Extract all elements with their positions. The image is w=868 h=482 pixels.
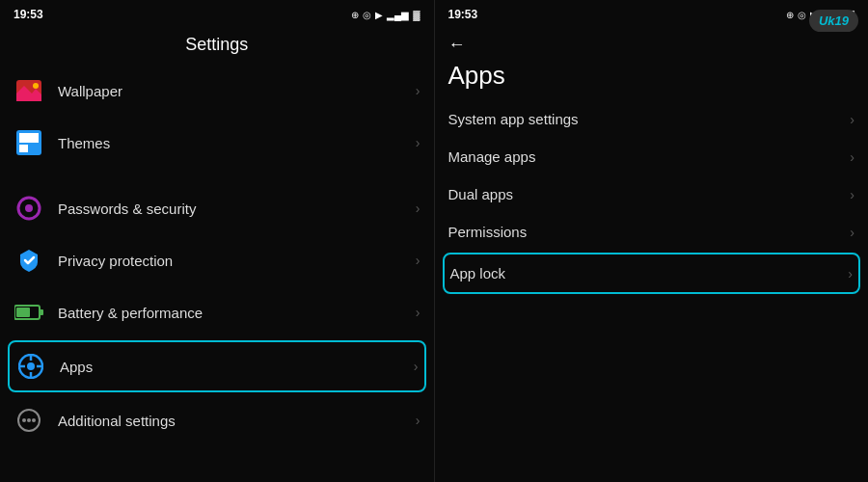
- settings-item-passwords[interactable]: Passwords & security ›: [0, 182, 434, 234]
- app-lock-chevron: ›: [848, 266, 853, 281]
- wallpaper-icon: [16, 80, 41, 101]
- svg-rect-5: [19, 145, 28, 152]
- settings-item-themes[interactable]: Themes ›: [0, 117, 434, 169]
- settings-item-apps[interactable]: Apps ›: [8, 340, 426, 392]
- additional-label: Additional settings: [58, 413, 416, 429]
- battery-icon-container: [14, 297, 44, 328]
- wallpaper-icon-container: [14, 75, 44, 106]
- svg-point-18: [22, 418, 26, 422]
- apps-label: Apps: [60, 359, 414, 375]
- permissions-label: Permissions: [448, 224, 851, 240]
- themes-icon-container: [14, 127, 44, 158]
- privacy-chevron: ›: [416, 253, 420, 268]
- location-icon: ⊕: [351, 10, 359, 20]
- signal-icon: ▂▄▆: [387, 10, 409, 20]
- right-page-title: Apps: [448, 61, 855, 91]
- apps-item-dual[interactable]: Dual apps ›: [435, 175, 869, 213]
- svg-point-19: [27, 418, 31, 422]
- privacy-icon-container: [14, 245, 44, 276]
- wallpaper-label: Wallpaper: [58, 83, 416, 99]
- passwords-icon-container: [14, 193, 44, 224]
- apps-item-manage[interactable]: Manage apps ›: [435, 138, 869, 175]
- watermark: Uk19: [809, 10, 858, 32]
- wallpaper-chevron: ›: [416, 83, 420, 98]
- passwords-icon: [16, 196, 41, 221]
- left-phone-panel: 19:53 ⊕ ◎ ▶ ▂▄▆ ▓ Settings Wallpaper ›: [0, 0, 434, 482]
- svg-point-7: [25, 204, 33, 212]
- dual-apps-label: Dual apps: [448, 186, 851, 202]
- left-page-title: Settings: [14, 35, 420, 55]
- settings-item-battery[interactable]: Battery & performance ›: [0, 286, 434, 338]
- app-lock-label: App lock: [450, 265, 849, 281]
- manage-apps-label: Manage apps: [448, 148, 851, 165]
- themes-chevron: ›: [416, 135, 420, 150]
- system-app-chevron: ›: [850, 112, 854, 127]
- apps-item-applock[interactable]: App lock ›: [443, 253, 861, 294]
- right-page-header: ← Apps: [435, 27, 869, 100]
- manage-apps-chevron: ›: [850, 149, 854, 165]
- apps-settings-icon: [18, 354, 43, 379]
- privacy-label: Privacy protection: [58, 253, 416, 269]
- apps-settings-list: System app settings › Manage apps › Dual…: [435, 100, 869, 482]
- additional-icon: [16, 408, 41, 433]
- system-app-label: System app settings: [448, 111, 851, 127]
- svg-rect-4: [19, 133, 39, 143]
- passwords-chevron: ›: [416, 201, 420, 216]
- passwords-label: Passwords & security: [58, 201, 416, 217]
- apps-item-system[interactable]: System app settings ›: [435, 100, 869, 138]
- battery-icon: ▓: [413, 10, 420, 20]
- left-status-icons: ⊕ ◎ ▶ ▂▄▆ ▓: [351, 10, 420, 20]
- svg-point-12: [27, 362, 35, 370]
- right-status-bar: 19:53 ⊕ ◎ ▶ ▂▄▆ ▓: [435, 0, 869, 27]
- divider-1: [0, 169, 434, 182]
- svg-point-2: [33, 83, 39, 89]
- right-time: 19:53: [448, 8, 478, 21]
- left-time: 19:53: [14, 8, 43, 21]
- permissions-chevron: ›: [850, 225, 854, 240]
- privacy-icon: [16, 248, 41, 273]
- settings-item-additional[interactable]: Additional settings ›: [0, 394, 434, 446]
- eye-icon: ◎: [363, 10, 371, 20]
- svg-point-20: [32, 418, 36, 422]
- settings-item-privacy[interactable]: Privacy protection ›: [0, 234, 434, 286]
- battery-chevron: ›: [416, 305, 420, 320]
- right-phone-panel: 19:53 ⊕ ◎ ▶ ▂▄▆ ▓ Uk19 ← Apps System app…: [434, 0, 869, 482]
- dual-apps-chevron: ›: [850, 187, 854, 202]
- left-status-bar: 19:53 ⊕ ◎ ▶ ▂▄▆ ▓: [0, 0, 434, 27]
- left-settings-list: Wallpaper › Themes ›: [0, 65, 434, 482]
- svg-rect-10: [16, 308, 30, 317]
- additional-icon-container: [14, 405, 44, 436]
- back-button[interactable]: ←: [448, 35, 855, 55]
- left-page-header: Settings: [0, 27, 434, 65]
- settings-item-wallpaper[interactable]: Wallpaper ›: [0, 65, 434, 117]
- apps-item-permissions[interactable]: Permissions ›: [435, 213, 869, 251]
- additional-chevron: ›: [416, 413, 420, 428]
- r-eye-icon: ◎: [798, 10, 806, 20]
- themes-icon: [16, 130, 41, 155]
- apps-chevron: ›: [414, 359, 419, 374]
- themes-label: Themes: [58, 135, 416, 151]
- play-icon: ▶: [375, 10, 383, 20]
- svg-rect-9: [40, 309, 43, 315]
- battery-label: Battery & performance: [58, 305, 416, 321]
- apps-icon-container: [15, 351, 46, 382]
- battery-perf-icon: [14, 304, 43, 321]
- r-location-icon: ⊕: [786, 10, 794, 20]
